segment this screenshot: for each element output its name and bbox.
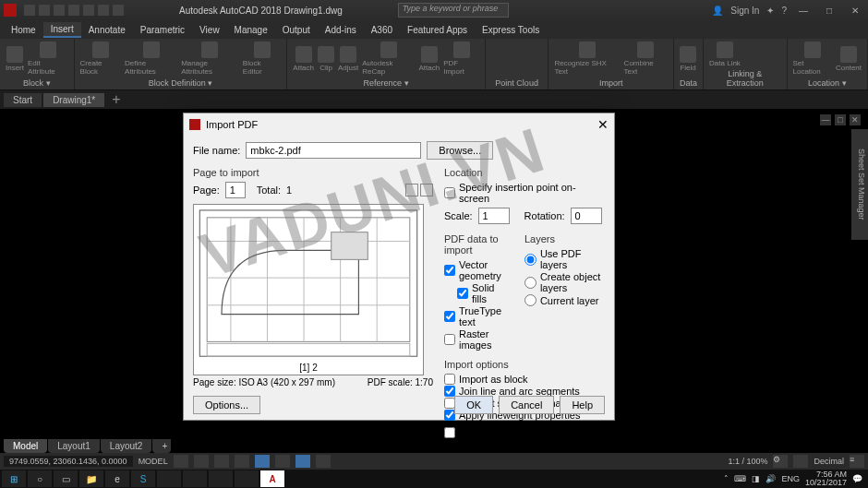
search-taskbar-icon[interactable]: ○ — [28, 470, 52, 487]
grid-view-icon[interactable] — [405, 184, 418, 196]
customization-icon[interactable]: ≡ — [850, 455, 864, 468]
task-view-icon[interactable]: ▭ — [54, 470, 78, 487]
start-button[interactable]: ⊞ — [2, 470, 26, 487]
lwt-toggle[interactable] — [295, 455, 310, 468]
truetype-checkbox[interactable] — [444, 311, 455, 322]
insert-block-button[interactable]: Insert — [6, 46, 24, 72]
tab-express-tools[interactable]: Express Tools — [475, 23, 547, 37]
quick-access-toolbar[interactable] — [24, 5, 124, 16]
explorer-icon[interactable]: 📁 — [79, 470, 103, 487]
tab-insert[interactable]: Insert — [43, 22, 81, 38]
combine-text-button[interactable]: Combine Text — [624, 42, 668, 76]
options-button[interactable]: Options... — [193, 396, 260, 414]
raster-checkbox[interactable] — [444, 334, 455, 345]
clip-button[interactable]: Clip — [318, 46, 334, 72]
tray-date[interactable]: 10/21/2017 — [805, 479, 847, 487]
ortho-toggle[interactable] — [214, 455, 229, 468]
pdf-preview[interactable]: [1] 2 — [193, 204, 424, 375]
group-block-def[interactable]: Block Definition ▾ — [80, 77, 282, 88]
vector-geometry-checkbox[interactable] — [444, 265, 455, 276]
tray-network-icon[interactable]: ◨ — [752, 474, 760, 483]
tray-input-icon[interactable]: ⌨ — [734, 474, 746, 483]
cancel-button[interactable]: Cancel — [499, 396, 554, 414]
layout1-tab[interactable]: Layout1 — [48, 439, 100, 453]
group-import[interactable]: Import — [554, 77, 668, 88]
content-button[interactable]: Content — [836, 46, 862, 72]
infer-lt-checkbox[interactable] — [444, 427, 455, 438]
tab-a360[interactable]: A360 — [364, 23, 400, 37]
group-block[interactable]: Block ▾ — [6, 77, 68, 88]
manage-attributes-button[interactable]: Manage Attributes — [181, 42, 239, 76]
maximize-button[interactable]: □ — [820, 6, 838, 16]
sheet-set-manager-tab[interactable]: Sheet Set Manager — [851, 129, 868, 240]
help-search-input[interactable]: Type a keyword or phrase — [398, 3, 509, 18]
adjust-button[interactable]: Adjust — [338, 46, 358, 72]
ucs-icon[interactable] — [793, 455, 808, 468]
import-as-block-checkbox[interactable] — [444, 374, 455, 385]
tab-addins[interactable]: Add-ins — [318, 23, 364, 37]
snap-toggle[interactable] — [194, 455, 209, 468]
minimize-button[interactable]: — — [794, 6, 813, 16]
help-button[interactable]: Help — [560, 396, 605, 414]
new-tab-button[interactable]: + — [106, 91, 126, 108]
solid-fills-checkbox[interactable] — [457, 288, 468, 299]
osnap-toggle[interactable] — [255, 455, 270, 468]
current-layer-radio[interactable] — [524, 294, 536, 306]
tray-lang[interactable]: ENG — [781, 474, 800, 483]
specify-insertion-checkbox[interactable] — [444, 187, 455, 198]
app-icon-1[interactable] — [157, 470, 181, 487]
group-linking[interactable]: Linking & Extraction — [709, 67, 780, 88]
otrack-toggle[interactable] — [275, 455, 290, 468]
attach-button[interactable]: Attach — [293, 46, 314, 72]
recognize-shx-button[interactable]: Recognize SHX Text — [554, 42, 620, 76]
help-icon[interactable]: ? — [781, 6, 787, 16]
polar-toggle[interactable] — [235, 455, 249, 468]
model-space-label[interactable]: MODEL — [139, 457, 168, 466]
data-link-button[interactable]: Data Link — [709, 42, 741, 67]
edge-icon[interactable]: e — [105, 470, 129, 487]
model-tab[interactable]: Model — [4, 439, 47, 453]
app-icon-2[interactable] — [183, 470, 207, 487]
group-location[interactable]: Location ▾ — [793, 77, 862, 88]
add-layout-button[interactable]: + — [152, 439, 171, 453]
group-reference[interactable]: Reference ▾ — [293, 77, 479, 88]
tray-volume-icon[interactable]: 🔊 — [766, 474, 776, 483]
rotation-input[interactable] — [571, 208, 602, 224]
start-tab[interactable]: Start — [4, 93, 42, 107]
use-pdf-layers-radio[interactable] — [524, 254, 536, 266]
create-block-button[interactable]: Create Block — [80, 42, 122, 76]
tab-parametric[interactable]: Parametric — [133, 23, 192, 37]
list-view-icon[interactable] — [420, 184, 433, 196]
tab-annotate[interactable]: Annotate — [81, 23, 133, 37]
sign-in-link[interactable]: Sign In — [730, 6, 759, 16]
app-icon-4[interactable] — [235, 470, 259, 487]
skype-icon[interactable]: S — [131, 470, 155, 487]
grid-toggle[interactable] — [174, 455, 188, 468]
field-button[interactable]: Field — [680, 46, 696, 72]
tab-output[interactable]: Output — [275, 23, 318, 37]
attach2-button[interactable]: Attach — [418, 46, 440, 72]
units-readout[interactable]: Decimal — [814, 457, 844, 466]
viewport-minimize-icon[interactable]: — — [820, 114, 831, 125]
viewport-restore-icon[interactable]: □ — [835, 114, 846, 125]
notification-icon[interactable]: 💬 — [852, 474, 862, 483]
block-editor-button[interactable]: Block Editor — [243, 42, 282, 76]
browse-button[interactable]: Browse... — [427, 141, 493, 160]
group-pointcloud[interactable]: Point Cloud — [491, 77, 543, 88]
infocenter-icon[interactable]: 👤 — [712, 6, 723, 16]
define-attributes-button[interactable]: Define Attributes — [125, 42, 177, 76]
exchange-icon[interactable]: ✦ — [766, 6, 774, 16]
scale-input[interactable] — [478, 208, 510, 224]
tab-home[interactable]: Home — [4, 23, 43, 37]
zoom-readout[interactable]: 1:1 / 100% — [728, 457, 767, 466]
gear-icon[interactable]: ⚙ — [773, 455, 788, 468]
file-name-input[interactable] — [246, 142, 421, 159]
recap-button[interactable]: Autodesk ReCap — [362, 42, 415, 76]
group-data[interactable]: Data — [680, 77, 697, 88]
set-location-button[interactable]: Set Location — [793, 42, 832, 76]
tab-manage[interactable]: Manage — [227, 23, 275, 37]
tab-featured-apps[interactable]: Featured Apps — [400, 23, 475, 37]
dialog-close-button[interactable]: ✕ — [597, 117, 609, 132]
drawing-tab[interactable]: Drawing1* — [43, 93, 104, 107]
ok-button[interactable]: OK — [454, 396, 493, 414]
